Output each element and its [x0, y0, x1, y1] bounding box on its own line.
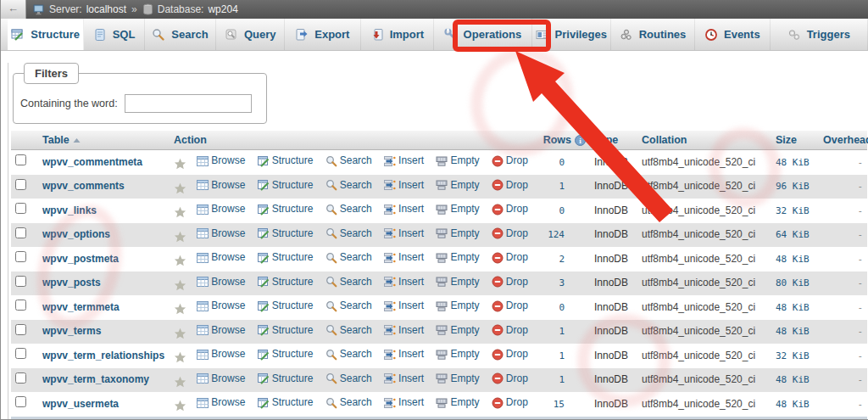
action-search[interactable]: Search	[326, 323, 372, 338]
favorite-star-icon[interactable]	[174, 400, 186, 412]
favorite-star-icon[interactable]	[174, 328, 186, 339]
action-structure[interactable]: Structure	[258, 202, 314, 216]
table-name-link[interactable]: wpvv_usermeta	[42, 398, 119, 410]
action-drop[interactable]: Drop	[492, 372, 528, 386]
action-search[interactable]: Search	[326, 250, 372, 265]
row-checkbox[interactable]	[15, 348, 26, 359]
action-insert[interactable]: Insert	[384, 395, 424, 410]
header-table[interactable]: Table	[38, 131, 170, 150]
row-checkbox[interactable]	[15, 203, 26, 214]
action-structure[interactable]: Structure	[258, 347, 314, 361]
tab-structure[interactable]: Structure	[8, 19, 84, 50]
action-search[interactable]: Search	[326, 227, 372, 241]
action-drop[interactable]: Drop	[492, 275, 528, 289]
table-name-link[interactable]: wpvv_comments	[42, 180, 125, 192]
action-empty[interactable]: Empty	[436, 202, 479, 216]
row-checkbox[interactable]	[15, 396, 26, 407]
favorite-star-icon[interactable]	[174, 158, 186, 170]
row-checkbox[interactable]	[15, 227, 26, 238]
header-rows[interactable]: Rows i	[534, 131, 590, 150]
action-search[interactable]: Search	[326, 275, 372, 289]
database-link[interactable]: wp204	[208, 3, 237, 15]
table-name-link[interactable]: wpvv_options	[42, 228, 110, 240]
action-browse[interactable]: Browse	[197, 202, 245, 216]
action-search[interactable]: Search	[326, 372, 372, 386]
tab-events[interactable]: Events	[695, 19, 771, 50]
action-structure[interactable]: Structure	[258, 250, 314, 265]
tab-query[interactable]: Query	[216, 19, 285, 50]
table-name-link[interactable]: wpvv_termmeta	[42, 301, 120, 313]
action-structure[interactable]: Structure	[258, 299, 314, 313]
action-empty[interactable]: Empty	[436, 227, 479, 241]
action-search[interactable]: Search	[326, 202, 372, 216]
table-name-link[interactable]: wpvv_postmeta	[42, 253, 119, 265]
action-structure[interactable]: Structure	[258, 372, 314, 386]
header-overhead[interactable]: Overhead	[819, 131, 867, 150]
row-checkbox[interactable]	[15, 300, 26, 311]
action-drop[interactable]: Drop	[492, 202, 528, 216]
favorite-star-icon[interactable]	[174, 206, 186, 218]
action-insert[interactable]: Insert	[384, 227, 424, 241]
action-insert[interactable]: Insert	[384, 372, 424, 386]
server-link[interactable]: localhost	[86, 3, 126, 15]
tab-routines[interactable]: Routines	[611, 19, 695, 50]
row-checkbox[interactable]	[15, 251, 26, 262]
tab-operations[interactable]: Operations	[434, 19, 531, 50]
action-browse[interactable]: Browse	[197, 250, 245, 265]
action-drop[interactable]: Drop	[492, 250, 528, 265]
action-insert[interactable]: Insert	[384, 250, 424, 265]
action-empty[interactable]: Empty	[436, 154, 479, 168]
table-name-link[interactable]: wpvv_term_taxonomy	[42, 373, 149, 385]
action-search[interactable]: Search	[326, 154, 372, 168]
action-drop[interactable]: Drop	[492, 395, 528, 410]
table-name-link[interactable]: wpvv_links	[42, 204, 97, 216]
header-size[interactable]: Size	[771, 131, 819, 150]
favorite-star-icon[interactable]	[174, 376, 186, 388]
action-browse[interactable]: Browse	[197, 323, 245, 338]
row-checkbox[interactable]	[15, 179, 26, 190]
action-browse[interactable]: Browse	[197, 227, 245, 241]
favorite-star-icon[interactable]	[174, 279, 186, 291]
favorite-star-icon[interactable]	[174, 351, 186, 363]
action-structure[interactable]: Structure	[258, 154, 314, 168]
table-name-link[interactable]: wpvv_commentmeta	[42, 156, 142, 168]
action-search[interactable]: Search	[326, 347, 372, 361]
action-empty[interactable]: Empty	[436, 347, 479, 361]
action-empty[interactable]: Empty	[436, 250, 479, 265]
action-search[interactable]: Search	[326, 395, 372, 410]
info-icon[interactable]: i	[575, 135, 586, 146]
action-structure[interactable]: Structure	[258, 275, 314, 289]
favorite-star-icon[interactable]	[174, 231, 186, 243]
action-browse[interactable]: Browse	[197, 178, 245, 193]
favorite-star-icon[interactable]	[174, 303, 186, 315]
collapse-nav-button[interactable]: ←	[1, 0, 26, 19]
row-checkbox[interactable]	[15, 372, 26, 384]
action-drop[interactable]: Drop	[492, 347, 528, 361]
action-browse[interactable]: Browse	[197, 395, 245, 410]
action-browse[interactable]: Browse	[197, 347, 245, 361]
action-empty[interactable]: Empty	[436, 299, 479, 313]
table-name-link[interactable]: wpvv_terms	[42, 325, 101, 337]
action-structure[interactable]: Structure	[258, 323, 314, 338]
action-search[interactable]: Search	[326, 299, 372, 313]
action-browse[interactable]: Browse	[197, 275, 245, 289]
row-checkbox[interactable]	[15, 276, 26, 287]
action-search[interactable]: Search	[326, 178, 372, 193]
favorite-star-icon[interactable]	[174, 255, 186, 266]
action-insert[interactable]: Insert	[384, 347, 424, 361]
tab-privileges[interactable]: Privileges	[532, 19, 611, 50]
action-insert[interactable]: Insert	[384, 154, 424, 168]
action-insert[interactable]: Insert	[384, 299, 424, 313]
action-insert[interactable]: Insert	[384, 202, 424, 216]
action-structure[interactable]: Structure	[258, 178, 314, 193]
tab-import[interactable]: Import	[361, 19, 435, 50]
action-browse[interactable]: Browse	[197, 299, 245, 313]
header-collation[interactable]: Collation	[637, 131, 771, 150]
tab-export[interactable]: Export	[285, 19, 360, 50]
tab-sql[interactable]: SQL	[84, 19, 144, 50]
filter-word-input[interactable]	[125, 94, 252, 113]
action-empty[interactable]: Empty	[436, 275, 479, 289]
action-empty[interactable]: Empty	[436, 178, 479, 193]
action-drop[interactable]: Drop	[492, 323, 528, 338]
action-structure[interactable]: Structure	[258, 395, 314, 410]
